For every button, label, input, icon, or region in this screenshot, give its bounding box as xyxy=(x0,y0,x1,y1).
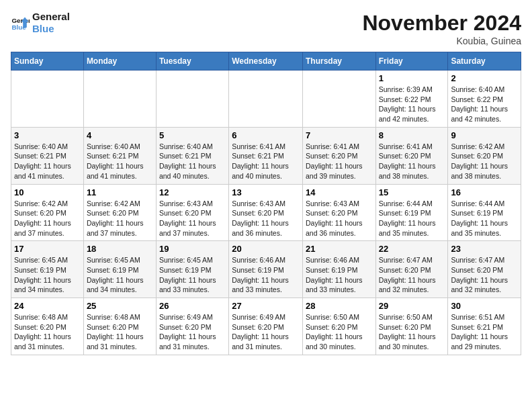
header: General Blue General Blue November 2024 … xyxy=(11,11,521,46)
calendar-cell: 28Sunrise: 6:50 AM Sunset: 6:20 PM Dayli… xyxy=(302,298,375,355)
day-info: Sunrise: 6:41 AM Sunset: 6:20 PM Dayligh… xyxy=(379,142,445,181)
logo-general: General xyxy=(32,11,70,23)
calendar-cell xyxy=(302,71,375,128)
day-info: Sunrise: 6:46 AM Sunset: 6:19 PM Dayligh… xyxy=(306,255,373,295)
day-number: 19 xyxy=(159,244,226,254)
day-info: Sunrise: 6:48 AM Sunset: 6:20 PM Dayligh… xyxy=(87,312,153,352)
calendar-cell: 11Sunrise: 6:42 AM Sunset: 6:20 PM Dayli… xyxy=(83,184,156,241)
calendar-cell xyxy=(11,71,84,128)
month-title: November 2024 xyxy=(362,11,521,36)
calendar-cell: 10Sunrise: 6:42 AM Sunset: 6:20 PM Dayli… xyxy=(11,184,84,241)
calendar-cell: 16Sunrise: 6:44 AM Sunset: 6:19 PM Dayli… xyxy=(448,184,521,241)
day-number: 20 xyxy=(232,244,300,254)
day-info: Sunrise: 6:45 AM Sunset: 6:19 PM Dayligh… xyxy=(14,255,81,295)
day-number: 13 xyxy=(232,187,300,197)
calendar-cell: 2Sunrise: 6:40 AM Sunset: 6:22 PM Daylig… xyxy=(448,71,521,128)
calendar-cell: 1Sunrise: 6:39 AM Sunset: 6:22 PM Daylig… xyxy=(375,71,448,128)
calendar-cell: 9Sunrise: 6:42 AM Sunset: 6:20 PM Daylig… xyxy=(448,127,521,184)
day-number: 15 xyxy=(379,187,445,197)
calendar-cell: 13Sunrise: 6:43 AM Sunset: 6:20 PM Dayli… xyxy=(229,184,303,241)
day-number: 12 xyxy=(159,187,226,197)
weekday-header: Saturday xyxy=(448,52,521,71)
day-number: 11 xyxy=(87,187,153,197)
day-info: Sunrise: 6:40 AM Sunset: 6:21 PM Dayligh… xyxy=(159,142,226,181)
calendar-week-row: 3Sunrise: 6:40 AM Sunset: 6:21 PM Daylig… xyxy=(11,127,521,184)
calendar-cell: 30Sunrise: 6:51 AM Sunset: 6:21 PM Dayli… xyxy=(448,298,521,355)
day-info: Sunrise: 6:51 AM Sunset: 6:21 PM Dayligh… xyxy=(451,312,518,352)
day-info: Sunrise: 6:48 AM Sunset: 6:20 PM Dayligh… xyxy=(14,312,81,352)
day-info: Sunrise: 6:43 AM Sunset: 6:20 PM Dayligh… xyxy=(232,199,300,238)
day-info: Sunrise: 6:50 AM Sunset: 6:20 PM Dayligh… xyxy=(306,312,373,352)
day-info: Sunrise: 6:42 AM Sunset: 6:20 PM Dayligh… xyxy=(14,199,81,238)
day-number: 5 xyxy=(159,130,226,140)
day-info: Sunrise: 6:42 AM Sunset: 6:20 PM Dayligh… xyxy=(451,142,518,181)
calendar-cell: 26Sunrise: 6:49 AM Sunset: 6:20 PM Dayli… xyxy=(156,298,228,355)
calendar-cell: 29Sunrise: 6:50 AM Sunset: 6:20 PM Dayli… xyxy=(375,298,448,355)
weekday-header: Tuesday xyxy=(156,52,228,71)
calendar-cell xyxy=(156,71,228,128)
day-number: 30 xyxy=(451,301,518,311)
day-number: 22 xyxy=(379,244,445,254)
day-info: Sunrise: 6:43 AM Sunset: 6:20 PM Dayligh… xyxy=(159,199,226,238)
day-info: Sunrise: 6:40 AM Sunset: 6:22 PM Dayligh… xyxy=(451,85,518,124)
weekday-header-row: SundayMondayTuesdayWednesdayThursdayFrid… xyxy=(11,52,521,71)
weekday-header: Thursday xyxy=(302,52,375,71)
calendar-cell xyxy=(83,71,156,128)
day-info: Sunrise: 6:44 AM Sunset: 6:19 PM Dayligh… xyxy=(379,199,445,238)
day-info: Sunrise: 6:40 AM Sunset: 6:21 PM Dayligh… xyxy=(87,142,153,181)
day-number: 16 xyxy=(451,187,518,197)
calendar-cell: 19Sunrise: 6:45 AM Sunset: 6:19 PM Dayli… xyxy=(156,241,228,298)
weekday-header: Monday xyxy=(83,52,156,71)
calendar-cell: 4Sunrise: 6:40 AM Sunset: 6:21 PM Daylig… xyxy=(83,127,156,184)
calendar-cell: 3Sunrise: 6:40 AM Sunset: 6:21 PM Daylig… xyxy=(11,127,84,184)
day-number: 1 xyxy=(379,73,445,83)
day-number: 3 xyxy=(14,130,81,140)
calendar-cell: 6Sunrise: 6:41 AM Sunset: 6:21 PM Daylig… xyxy=(229,127,303,184)
day-info: Sunrise: 6:46 AM Sunset: 6:19 PM Dayligh… xyxy=(232,255,300,295)
day-info: Sunrise: 6:47 AM Sunset: 6:20 PM Dayligh… xyxy=(451,255,518,295)
day-number: 23 xyxy=(451,244,518,254)
day-number: 26 xyxy=(159,301,226,311)
calendar-week-row: 17Sunrise: 6:45 AM Sunset: 6:19 PM Dayli… xyxy=(11,241,521,298)
calendar-week-row: 10Sunrise: 6:42 AM Sunset: 6:20 PM Dayli… xyxy=(11,184,521,241)
day-info: Sunrise: 6:42 AM Sunset: 6:20 PM Dayligh… xyxy=(87,199,153,238)
day-number: 4 xyxy=(87,130,153,140)
calendar-cell: 17Sunrise: 6:45 AM Sunset: 6:19 PM Dayli… xyxy=(11,241,84,298)
calendar-cell: 7Sunrise: 6:41 AM Sunset: 6:20 PM Daylig… xyxy=(302,127,375,184)
day-info: Sunrise: 6:40 AM Sunset: 6:21 PM Dayligh… xyxy=(14,142,81,181)
day-info: Sunrise: 6:43 AM Sunset: 6:20 PM Dayligh… xyxy=(306,199,373,238)
calendar-cell: 23Sunrise: 6:47 AM Sunset: 6:20 PM Dayli… xyxy=(448,241,521,298)
day-info: Sunrise: 6:45 AM Sunset: 6:19 PM Dayligh… xyxy=(159,255,226,295)
day-info: Sunrise: 6:49 AM Sunset: 6:20 PM Dayligh… xyxy=(232,312,300,352)
calendar-cell: 21Sunrise: 6:46 AM Sunset: 6:19 PM Dayli… xyxy=(302,241,375,298)
calendar-cell: 24Sunrise: 6:48 AM Sunset: 6:20 PM Dayli… xyxy=(11,298,84,355)
calendar-week-row: 1Sunrise: 6:39 AM Sunset: 6:22 PM Daylig… xyxy=(11,71,521,128)
day-number: 8 xyxy=(379,130,445,140)
calendar-cell: 18Sunrise: 6:45 AM Sunset: 6:19 PM Dayli… xyxy=(83,241,156,298)
calendar-cell xyxy=(229,71,303,128)
day-info: Sunrise: 6:39 AM Sunset: 6:22 PM Dayligh… xyxy=(379,85,445,124)
calendar-cell: 20Sunrise: 6:46 AM Sunset: 6:19 PM Dayli… xyxy=(229,241,303,298)
day-number: 10 xyxy=(14,187,81,197)
day-number: 27 xyxy=(232,301,300,311)
day-info: Sunrise: 6:49 AM Sunset: 6:20 PM Dayligh… xyxy=(159,312,226,352)
day-number: 2 xyxy=(451,73,518,83)
logo-icon: General Blue xyxy=(11,13,30,32)
calendar-cell: 8Sunrise: 6:41 AM Sunset: 6:20 PM Daylig… xyxy=(375,127,448,184)
day-number: 21 xyxy=(306,244,373,254)
day-number: 24 xyxy=(14,301,81,311)
day-number: 28 xyxy=(306,301,373,311)
weekday-header: Wednesday xyxy=(229,52,303,71)
day-number: 29 xyxy=(379,301,445,311)
calendar-cell: 12Sunrise: 6:43 AM Sunset: 6:20 PM Dayli… xyxy=(156,184,228,241)
calendar-cell: 25Sunrise: 6:48 AM Sunset: 6:20 PM Dayli… xyxy=(83,298,156,355)
day-number: 6 xyxy=(232,130,300,140)
day-number: 9 xyxy=(451,130,518,140)
day-info: Sunrise: 6:41 AM Sunset: 6:21 PM Dayligh… xyxy=(232,142,300,181)
day-info: Sunrise: 6:44 AM Sunset: 6:19 PM Dayligh… xyxy=(451,199,518,238)
subtitle: Koubia, Guinea xyxy=(362,36,521,46)
calendar-cell: 22Sunrise: 6:47 AM Sunset: 6:20 PM Dayli… xyxy=(375,241,448,298)
day-number: 17 xyxy=(14,244,81,254)
calendar-cell: 14Sunrise: 6:43 AM Sunset: 6:20 PM Dayli… xyxy=(302,184,375,241)
weekday-header: Friday xyxy=(375,52,448,71)
